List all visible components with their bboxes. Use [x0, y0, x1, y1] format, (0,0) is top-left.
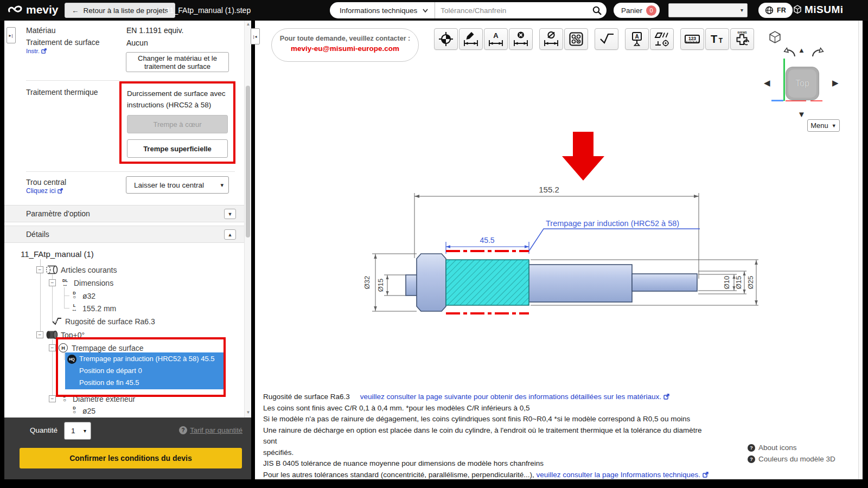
misumi-mark-icon: [793, 5, 802, 15]
tree-item-dia32[interactable]: ø32: [82, 291, 95, 301]
length-icon: L↔: [69, 304, 80, 312]
dimension-values-button[interactable]: 123: [680, 28, 704, 50]
tree-root[interactable]: 11_FAtp_manual (1): [21, 249, 94, 259]
tree-expander[interactable]: −: [49, 344, 56, 351]
tree-expander[interactable]: −: [49, 279, 56, 286]
quantity-select[interactable]: 1▾: [64, 422, 91, 440]
center-hole-link[interactable]: Cliquez ici: [26, 187, 63, 195]
rotate-up-icon[interactable]: ▲: [798, 46, 805, 54]
meviy-logo[interactable]: meviy: [8, 3, 59, 16]
instr-link[interactable]: Instr.: [26, 48, 47, 54]
datum-frame-button[interactable]: A: [625, 28, 649, 50]
tree-item-dia25[interactable]: ø25: [82, 406, 95, 416]
scroll-down-icon[interactable]: ▼: [245, 409, 252, 416]
search-input[interactable]: [435, 7, 587, 15]
quantity-tariff-link[interactable]: ? Tarif par quantité: [179, 426, 242, 434]
chevron-down-icon: [423, 9, 428, 12]
header-dropdown[interactable]: ▾: [668, 3, 748, 17]
tree-expander[interactable]: −: [49, 395, 56, 402]
collapse-toggle-icon[interactable]: ▼: [224, 209, 236, 219]
tree-item-roughness[interactable]: Rugosité de surface Ra6.3: [65, 316, 155, 327]
options-section-header[interactable]: Paramètre d'option ▼: [4, 205, 245, 222]
technical-drawing[interactable]: 155.2 Ø10 Ø15 Ø25: [353, 124, 776, 330]
shaft-body: [406, 254, 697, 311]
language-button[interactable]: FR: [758, 3, 793, 18]
x-axis-line: [810, 100, 822, 101]
materials-info-link[interactable]: veuillez consulter la page suivante pour…: [360, 393, 669, 401]
collapse-toggle-icon[interactable]: ▲: [224, 229, 236, 240]
center-hole-select[interactable]: Laisser le trou central▾: [126, 176, 229, 194]
about-icons-link[interactable]: ? About icons: [748, 444, 835, 452]
rotate-view-left-icon[interactable]: ◀: [764, 78, 770, 88]
viewer-scrollbar[interactable]: [858, 21, 863, 479]
sidebar-scrollbar[interactable]: ▲ ▼: [244, 21, 251, 418]
dim-total-label: 155.2: [539, 185, 559, 194]
tree-item-articles[interactable]: Articles courants: [61, 265, 117, 275]
note-line: spécifiés.: [263, 447, 713, 459]
sidebar-collapse-handle[interactable]: ▸|: [7, 27, 16, 43]
dia25-label: Ø25: [746, 276, 755, 290]
svg-text:A: A: [493, 31, 499, 40]
datum-target-button[interactable]: [434, 28, 458, 50]
y-axis-line: [783, 59, 785, 101]
text-dimension-button[interactable]: A: [484, 28, 508, 50]
cart-button[interactable]: Panier 0: [614, 3, 660, 18]
back-button[interactable]: ← Retour à la liste de projets: [65, 3, 175, 18]
logo-text: meviy: [26, 3, 59, 16]
model-colors-link[interactable]: ? Couleurs du modèle 3D: [748, 455, 835, 463]
tree-item-length[interactable]: 155.2 mm: [82, 303, 116, 314]
edit-dimension-button[interactable]: [459, 28, 483, 50]
tree-expander[interactable]: −: [36, 331, 43, 338]
hide-dimension-button[interactable]: [539, 28, 563, 50]
quote-footer: Quantité 1▾ ? Tarif par quantité Confirm…: [4, 418, 251, 479]
hole-group-button[interactable]: [564, 28, 588, 50]
viewer-collapse-handle[interactable]: |◂: [251, 28, 260, 44]
rotate-view-down-icon[interactable]: ▼: [797, 110, 806, 119]
question-icon: ?: [179, 426, 187, 434]
tech-info-link[interactable]: veuillez consulter la page Informations …: [537, 471, 709, 479]
geometric-tolerance-button[interactable]: [650, 28, 674, 50]
question-icon: ?: [748, 455, 755, 463]
surface-treatment-value: Aucun: [126, 38, 148, 47]
note-line: Pour les autres tolérances standard (con…: [263, 470, 713, 481]
svg-text:123: 123: [688, 36, 696, 41]
heat-treatment-highlight-box: [119, 81, 235, 164]
rotate-view-right-icon[interactable]: ▶: [832, 78, 839, 88]
language-label: FR: [777, 7, 786, 14]
surface-roughness-icon: [599, 31, 614, 47]
change-material-button[interactable]: Changer le matériau et le traitement de …: [126, 52, 229, 72]
diameter-icon: D○: [69, 291, 80, 299]
text-size-button[interactable]: TT: [705, 28, 729, 50]
scrollbar-thumb[interactable]: [246, 86, 250, 237]
file-title: 11_FAtp_manual (1).step: [166, 6, 251, 15]
external-link-icon: [703, 472, 709, 478]
tree-connector: [64, 287, 65, 309]
hardening-callout-label[interactable]: Trempage par induction (HRC52 à 58): [546, 219, 679, 228]
tree-item-dimensions[interactable]: Dimensions: [74, 278, 113, 288]
chevron-down-icon: ▾: [220, 182, 224, 189]
cylinder-icon: [46, 265, 58, 274]
view-cube-icon[interactable]: [768, 30, 782, 44]
cart-count-badge: 0: [646, 5, 656, 16]
details-section-header[interactable]: Détails ▲: [4, 226, 245, 243]
material-label: Matériau: [26, 26, 55, 35]
view-cube-top-face[interactable]: Top: [786, 67, 819, 100]
six-views-label: 6VIEWS: [737, 31, 746, 34]
tree-expander[interactable]: −: [36, 266, 43, 273]
search-button[interactable]: [587, 2, 607, 18]
surface-roughness-button[interactable]: [595, 28, 618, 50]
confirm-quote-button[interactable]: Confirmer les conditions du devis: [20, 448, 242, 468]
hide-dimension-icon: [544, 31, 559, 47]
scroll-up-icon[interactable]: ▲: [245, 21, 252, 28]
search-category-dropdown[interactable]: Informations techniques: [330, 2, 435, 18]
six-views-button[interactable]: 6VIEWS: [730, 28, 754, 50]
delete-dimension-button[interactable]: [509, 28, 533, 50]
x-axis-line: [786, 100, 806, 101]
divider: [26, 80, 235, 81]
view-menu-button[interactable]: Menu▼: [807, 119, 840, 132]
contact-email[interactable]: meviy-eu@misumi-europe.com: [272, 44, 418, 53]
chevron-down-icon: ▾: [741, 7, 743, 13]
rotate-right-icon[interactable]: [811, 47, 826, 59]
surface-treatment-label: Traitement de surface: [26, 38, 100, 47]
rotate-left-icon[interactable]: [781, 47, 796, 59]
